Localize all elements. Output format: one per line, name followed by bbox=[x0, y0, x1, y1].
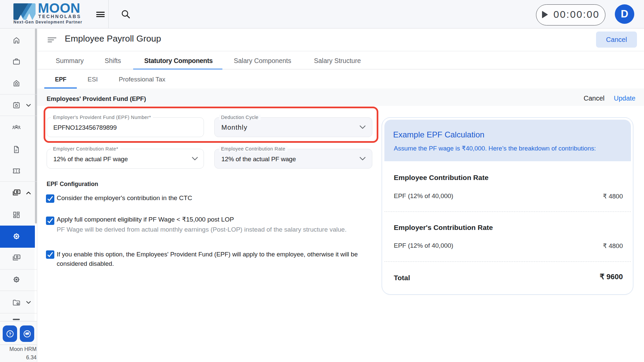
svg-text:?: ? bbox=[9, 331, 11, 337]
